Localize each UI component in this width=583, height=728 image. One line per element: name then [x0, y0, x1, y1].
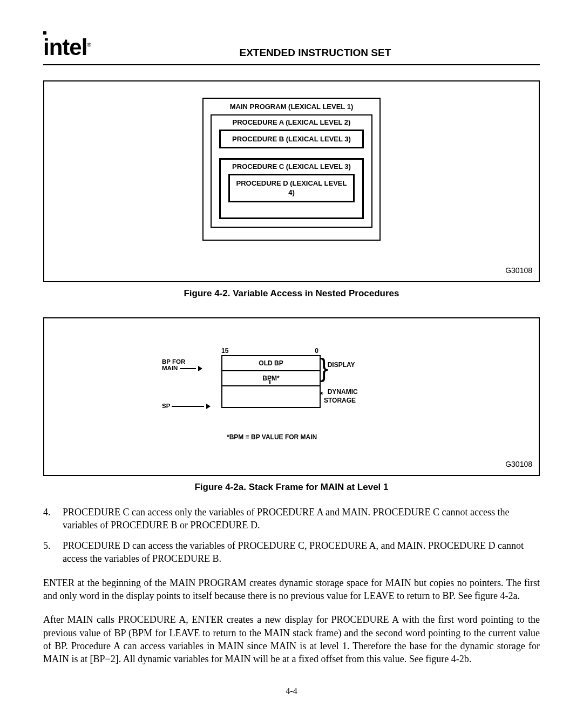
dynamic-label-text: DYNAMIC STORAGE — [324, 388, 358, 404]
box-procedure-d: PROCEDURE D (LEXICAL LEVEL 4) — [228, 174, 355, 202]
logo-registered: ® — [87, 42, 90, 48]
bit-0: 0 — [315, 346, 318, 355]
list-item-5: 5. PROCEDURE D can access the variables … — [43, 539, 540, 566]
list-item-4: 4. PROCEDURE C can access only the varia… — [43, 506, 540, 532]
box-procedure-a: PROCEDURE A (LEXICAL LEVEL 2) PROCEDURE … — [211, 114, 372, 228]
bp-label-text: BP FOR MAIN — [162, 358, 185, 372]
sp-label: SP — [162, 403, 211, 410]
box-procedure-b: PROCEDURE B (LEXICAL LEVEL 3) — [219, 130, 364, 149]
numbered-list: 4. PROCEDURE C can access only the varia… — [43, 506, 540, 566]
display-label: DISPLAY — [324, 360, 355, 369]
figure1-caption: Figure 4-2. Variable Access in Nested Pr… — [43, 288, 540, 300]
bit-15: 15 — [221, 346, 228, 355]
page-number: 4-4 — [43, 685, 540, 697]
list-text-4: PROCEDURE C can access only the variable… — [63, 506, 540, 532]
figure-4-2-frame: MAIN PROGRAM (LEXICAL LEVEL 1) PROCEDURE… — [43, 80, 540, 282]
stack-row-oldbp: OLD BP — [222, 356, 320, 371]
box-main-program: MAIN PROGRAM (LEXICAL LEVEL 1) PROCEDURE… — [202, 98, 381, 241]
stack-row-bpm: BPM* — [222, 371, 320, 386]
stack-table: OLD BP BPM* — [221, 355, 321, 408]
dynamic-storage-label: DYNAMIC STORAGE — [324, 387, 358, 405]
display-label-text: DISPLAY — [328, 361, 355, 369]
list-num-5: 5. — [43, 539, 63, 566]
box-procedure-c: PROCEDURE C (LEXICAL LEVEL 3) PROCEDURE … — [219, 158, 364, 219]
box-procD-label: PROCEDURE D (LEXICAL LEVEL 4) — [236, 179, 347, 197]
figure1-ref: G30108 — [505, 266, 532, 276]
intel-logo: intel® — [43, 32, 91, 63]
section-title: EXTENDED INSTRUCTION SET — [91, 46, 540, 63]
figure2-ref: G30108 — [505, 459, 532, 470]
list-text-5: PROCEDURE D can access the variables of … — [63, 539, 540, 566]
figure-4-2a-frame: 15 0 OLD BP BPM* BP FOR MAIN SP } DISPLA… — [43, 317, 540, 476]
paragraph-after-main: After MAIN calls PROCEDURE A, ENTER crea… — [43, 613, 540, 665]
logo-text: intel — [43, 35, 87, 60]
list-num-4: 4. — [43, 506, 63, 532]
paragraph-enter: ENTER at the beginning of the MAIN PROGR… — [43, 576, 540, 603]
bpm-footnote: *BPM = BP VALUE FOR MAIN — [227, 433, 317, 441]
bp-for-main-label: BP FOR MAIN — [162, 358, 202, 372]
box-main-label: MAIN PROGRAM (LEXICAL LEVEL 1) — [230, 103, 353, 111]
box-procC-label: PROCEDURE C (LEXICAL LEVEL 3) — [232, 162, 351, 171]
stack-row-empty — [222, 386, 320, 407]
box-procA-label: PROCEDURE A (LEXICAL LEVEL 2) — [233, 118, 351, 126]
page-header: intel® EXTENDED INSTRUCTION SET — [43, 32, 540, 65]
asterisk-marker: * — [320, 390, 323, 400]
figure2-caption: Figure 4-2a. Stack Frame for MAIN at Lev… — [43, 481, 540, 494]
sp-label-text: SP — [162, 403, 170, 409]
box-procB-label: PROCEDURE B (LEXICAL LEVEL 3) — [232, 135, 351, 143]
